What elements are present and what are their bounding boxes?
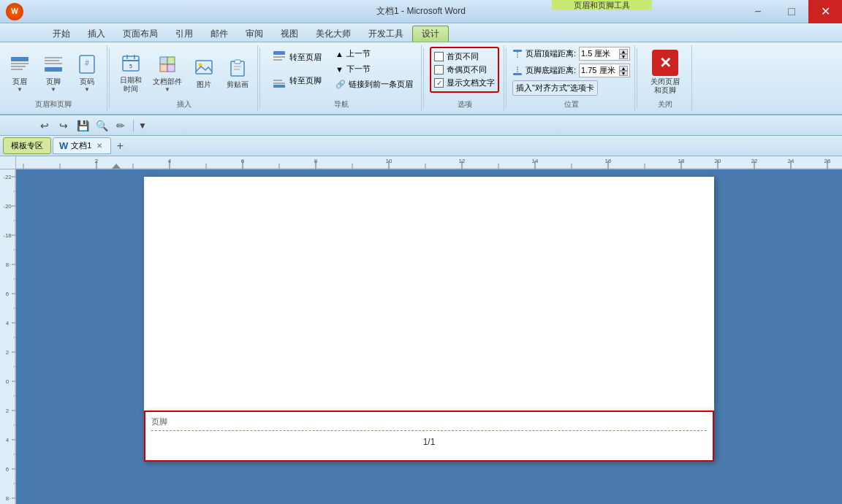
datetime-icon: 5 [119,51,143,75]
ribbon-group-navigation: 转至页眉 转至页脚 ▲ 上一节 ▼ 下一节 [262,45,422,111]
svg-rect-16 [167,57,175,64]
tab-pagelayout[interactable]: 页面布局 [114,26,167,42]
options-checkboxes: 首页不同 奇偶页不同 ✓ 显示文档文字 [430,47,499,93]
header-distance-spinner: ▲ ▼ [619,49,628,59]
undo-button[interactable]: ↩ [37,118,53,134]
insert-alignment-label: 插入"对齐方式"选项卡 [516,83,594,93]
footer-distance-input[interactable]: 1.75 厘米 ▲ ▼ [579,64,630,77]
picture-button[interactable]: 图片 [189,53,219,91]
footer-button[interactable]: 页脚 ▼ [38,50,69,95]
docparts-button[interactable]: 文档部件 ▼ [149,50,186,95]
ribbon-group-header-footer: 页眉 ▼ 页脚 ▼ # 页码 ▼ 页眉和页脚 [0,45,107,111]
prev-section-label: 上一节 [346,48,371,59]
close-x-icon: ✕ [652,50,678,76]
doc-tab-close[interactable]: ✕ [94,141,105,151]
footer-distance-label: 页脚底端距离: [526,65,576,76]
svg-text:8: 8 [6,495,10,502]
svg-rect-18 [167,64,175,72]
docparts-label: 文档部件 [153,77,182,86]
clipboard-button[interactable]: 剪贴画 [222,53,253,91]
customize-qa-btn[interactable]: ▼ [138,121,147,131]
maximize-button[interactable]: □ [775,0,808,23]
header-distance-down[interactable]: ▼ [619,54,628,59]
show-doc-text-checkbox[interactable]: ✓ [434,78,444,88]
goto-header-button[interactable]: 转至页眉 [266,47,327,67]
tabs-bar: 模板专区 W 文档1 ✕ + [0,136,842,156]
search-button[interactable]: 🔍 [94,118,110,134]
prev-section-button[interactable]: ▲ 上一节 [332,47,417,61]
svg-text:10: 10 [386,158,392,164]
svg-text:-22: -22 [3,174,12,180]
show-doc-text-row: ✓ 显示文档文字 [434,77,495,88]
close-button[interactable]: ✕ [808,0,842,23]
word-icon: W [59,140,68,151]
office-logo: W [6,3,23,20]
redo-button[interactable]: ↪ [56,118,72,134]
navigation-content: 转至页眉 转至页脚 ▲ 上一节 ▼ 下一节 [266,47,417,98]
header-footer-group-label: 页眉和页脚 [35,99,72,110]
goto-header-icon [272,50,287,64]
svg-text:6: 6 [6,291,10,297]
page-content[interactable] [144,177,714,396]
svg-rect-30 [273,85,285,88]
odd-even-diff-checkbox[interactable] [434,65,444,75]
svg-text:4: 4 [168,158,172,164]
svg-rect-22 [235,60,240,64]
add-tab-button[interactable]: + [113,139,127,153]
svg-text:26: 26 [824,158,831,164]
close-group-label: 关闭 [658,99,672,110]
tab-insert[interactable]: 插入 [79,26,114,42]
ribbon-group-insert: 5 日期和时间 文档部件 ▼ 图片 剪贴画 [111,45,258,111]
header-distance-up[interactable]: ▲ [619,49,628,54]
pagenumber-button[interactable]: # 页码 ▼ [72,50,102,95]
next-section-button[interactable]: ▼ 下一节 [332,62,417,76]
goto-footer-button[interactable]: 转至页脚 [266,70,327,91]
tab-developer[interactable]: 开发工具 [360,26,412,42]
ruler-corner [0,156,16,169]
footer-dashed-line [151,430,707,431]
first-page-diff-checkbox[interactable] [434,52,444,61]
link-icon: 🔗 [335,80,346,89]
close-header-footer-button[interactable]: ✕ 关闭页眉和页脚 [643,47,687,98]
svg-rect-27 [273,59,282,61]
svg-rect-2 [11,66,26,67]
doc-footer-section: 页脚 1/1 [144,411,714,462]
nav-small-buttons: ▲ 上一节 ▼ 下一节 🔗 链接到前一条页眉 [332,47,417,91]
content-area: -22 -20 -18 8 6 4 2 0 2 [0,169,842,504]
doc1-tab[interactable]: W 文档1 ✕ [53,137,111,154]
tab-review[interactable]: 审阅 [237,26,272,42]
header-distance-input[interactable]: 1.5 厘米 ▲ ▼ [579,47,630,61]
h-ruler: 2 4 6 8 10 12 14 16 18 [16,156,842,169]
tab-start[interactable]: 开始 [44,26,79,42]
link-prev-label: 链接到前一条页眉 [349,79,413,90]
footer-distance-icon [512,66,523,76]
tab-mailings[interactable]: 邮件 [202,26,237,42]
tab-beautify[interactable]: 美化大师 [307,26,360,42]
pagenumber-icon: # [75,53,99,76]
tab-design[interactable]: 设计 [412,26,449,42]
window-title: 文档1 - Microsoft Word [376,5,466,18]
footer-distance-up[interactable]: ▲ [619,66,628,71]
link-prev-button[interactable]: 🔗 链接到前一条页眉 [332,77,417,91]
svg-text:4: 4 [6,437,10,443]
insert-buttons: 5 日期和时间 文档部件 ▼ 图片 剪贴画 [115,47,253,98]
minimize-button[interactable]: − [741,0,775,23]
footer-label: 页脚 [151,416,707,427]
svg-text:0: 0 [6,378,10,385]
datetime-button[interactable]: 5 日期和时间 [115,49,146,96]
pencil-button[interactable]: ✏ [113,118,129,134]
svg-text:#: # [85,59,89,67]
template-tab[interactable]: 模板专区 [3,137,51,154]
save-button[interactable]: 💾 [75,118,91,134]
doc-scroll-area[interactable]: 页脚 1/1 [16,169,842,504]
svg-text:6: 6 [241,158,245,164]
ribbon-group-close: ✕ 关闭页眉和页脚 关闭 [639,45,692,111]
page-number: 1/1 [151,437,707,447]
footer-distance-down[interactable]: ▼ [619,71,628,76]
svg-text:5: 5 [129,64,132,69]
tab-references[interactable]: 引用 [167,26,202,42]
header-button[interactable]: 页眉 ▼ [4,50,35,95]
svg-text:-20: -20 [3,203,12,210]
insert-alignment-button[interactable]: 插入"对齐方式"选项卡 [512,80,598,96]
tab-view[interactable]: 视图 [272,26,307,42]
